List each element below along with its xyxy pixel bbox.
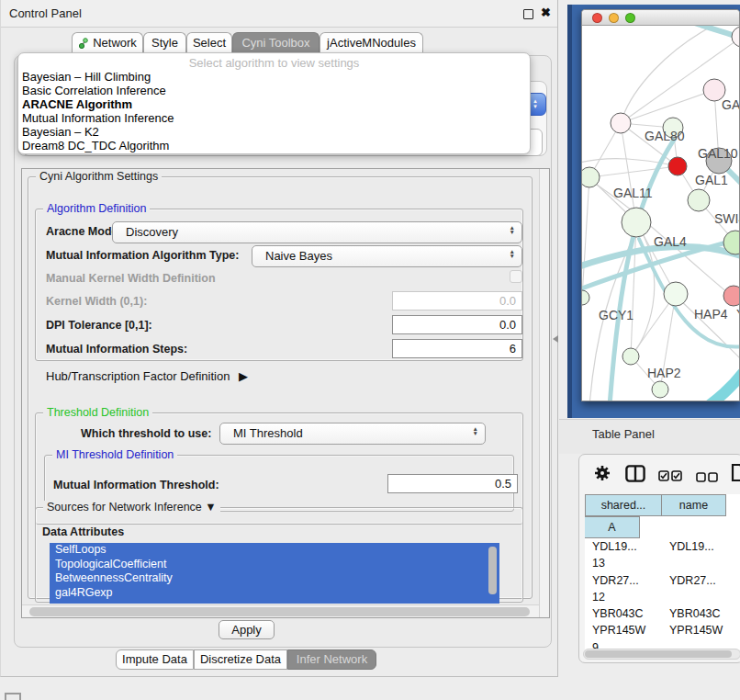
float-panel-icon[interactable] [523, 9, 533, 19]
node-label: GAL80 [645, 129, 685, 143]
close-icon[interactable]: ✖ [541, 6, 551, 19]
horizontal-scrollbar-thumb[interactable] [29, 607, 530, 616]
expanded-arrow-icon: ▼ [205, 501, 216, 514]
network-node-GAL11[interactable] [582, 167, 600, 187]
aracne-mode-combobox[interactable]: Discovery ▲▼ [112, 221, 522, 243]
mi-type-combobox[interactable]: Naive Bayes ▲▼ [252, 245, 522, 267]
tab-label: Select [193, 36, 226, 50]
network-edge-thick [582, 246, 739, 267]
network-node[interactable] [688, 189, 710, 211]
column-header[interactable]: name [662, 494, 726, 516]
hub-definition-label: Hub/Transcription Factor Definition [46, 369, 230, 383]
which-threshold-combobox[interactable]: MI Threshold ▲▼ [219, 423, 486, 445]
dropdown-item[interactable]: Mutual Information Inference [18, 111, 530, 125]
bottom-tab-discretize-data[interactable]: Discretize Data [194, 649, 287, 670]
table-cell: YBR043C [585, 605, 662, 622]
network-node-GAL80[interactable] [611, 113, 631, 133]
bottom-tab-impute-data[interactable]: Impute Data [116, 649, 194, 670]
unchecked-boxes-icon[interactable] [696, 469, 718, 486]
dropdown-item[interactable]: Dream8 DC_TDC Algorithm [18, 139, 530, 152]
group-title: Threshold Definition [43, 406, 152, 419]
node-label: GAL11 [613, 186, 653, 200]
document-icon[interactable] [731, 463, 740, 486]
control-panel-title: Control Panel [9, 0, 82, 28]
tab-jactivemnodules[interactable]: jActiveMNodules [320, 32, 423, 54]
sources-title: Sources for Network Inference [47, 501, 202, 514]
dpi-tolerance-field[interactable]: 0.0 [392, 315, 522, 334]
hub-definition-toggle[interactable]: Hub/Transcription Factor Definition ▶ [46, 369, 248, 383]
gear-icon[interactable] [594, 465, 611, 485]
table-row[interactable]: YPR145WYPR145W9. [585, 622, 740, 638]
attribute-item[interactable]: TopologicalCoefficient [50, 558, 499, 572]
corner-grip-icon[interactable] [5, 693, 21, 700]
table-hscrollbar-track[interactable] [583, 649, 740, 660]
mi-threshold-label: Mutual Information Threshold: [53, 479, 219, 491]
network-edge [582, 177, 589, 298]
mac-close-icon[interactable] [592, 13, 602, 23]
column-header[interactable]: shared... [585, 494, 662, 516]
node-label: GAL1 [695, 173, 728, 187]
combo-arrows-icon: ▲▼ [473, 426, 478, 435]
kernel-width-field[interactable]: 0.0 [392, 291, 522, 310]
control-panel-titlebar: Control Panel ✖ [1, 0, 557, 28]
network-node[interactable] [732, 27, 739, 47]
network-node[interactable] [652, 381, 668, 398]
attribute-item[interactable]: BetweennessCentrality [50, 571, 499, 586]
network-edge [622, 26, 720, 118]
group-title: Cyni Algorithm Settings [36, 170, 162, 183]
combo-arrows-icon: ▲▼ [510, 225, 515, 234]
split-pane-grip-icon[interactable] [553, 335, 558, 343]
network-node-Y[interactable] [723, 286, 739, 306]
mi-type-value: Naive Bayes [265, 249, 332, 263]
vertical-scrollbar-track[interactable] [539, 169, 550, 618]
dropdown-item[interactable]: ARACNE Algorithm [18, 97, 530, 111]
manual-kernel-checkbox[interactable] [510, 270, 522, 283]
network-view-window[interactable]: GALGAL80GAL10GAL1SWI4GAL11GAL4GCY1HAP4YH… [581, 9, 740, 401]
network-node-GAL1[interactable] [668, 157, 687, 175]
column-header[interactable]: A [585, 516, 640, 538]
table-row[interactable]: YDL19...YDL19...13 [585, 538, 740, 555]
table-row[interactable]: YDR27...YDR27...12 [585, 572, 740, 589]
bottom-tab-infer-network[interactable]: Infer Network [287, 649, 376, 670]
desktop-edge [567, 5, 572, 418]
sources-toggle[interactable]: Sources for Network Inference ▼ [43, 501, 220, 514]
attribute-item[interactable]: gal4RGexp [50, 586, 499, 601]
network-canvas[interactable]: GALGAL80GAL10GAL1SWI4GAL11GAL4GCY1HAP4YH… [582, 26, 739, 401]
aracne-mode-value: Discovery [126, 225, 178, 239]
network-node-GCY1[interactable] [582, 290, 589, 305]
attributes-list-scrollbar[interactable] [488, 547, 497, 594]
node-label: GAL10 [698, 146, 738, 161]
network-edge [589, 166, 678, 177]
dropdown-item[interactable]: Bayesian – Hill Climbing [18, 70, 530, 84]
table-row[interactable]: YBR043CYBR043C [585, 605, 740, 622]
network-node-HAP2[interactable] [622, 348, 639, 365]
dropdown-item[interactable]: Basic Correlation Inference [18, 84, 530, 97]
table-cell: 13 [585, 555, 640, 571]
tab-network[interactable]: Network [72, 32, 143, 54]
group-title: MI Threshold Definition [52, 448, 177, 461]
apply-button[interactable]: Apply [219, 620, 275, 639]
tab-label: Network [93, 36, 137, 50]
mac-minimize-icon[interactable] [609, 13, 619, 23]
kernel-width-label: Kernel Width (0,1): [46, 295, 147, 308]
columns-icon[interactable] [625, 465, 645, 486]
table-hscrollbar-thumb[interactable] [585, 650, 732, 658]
dropdown-item[interactable]: Bayesian – K2 [18, 125, 530, 139]
checked-boxes-icon[interactable] [658, 469, 682, 485]
table-cell: YPR145W [585, 622, 662, 638]
mi-steps-field[interactable]: 6 [392, 339, 522, 358]
node-label: GAL [722, 97, 739, 112]
tab-select[interactable]: Select [186, 32, 232, 54]
tab-style[interactable]: Style [143, 32, 186, 54]
table-cell: YDL19... [585, 538, 662, 555]
attribute-item[interactable]: SelfLoops [50, 543, 499, 558]
settings-scrollpane: Cyni Algorithm Settings Algorithm Defini… [21, 168, 550, 618]
network-window-titlebar[interactable] [582, 10, 739, 26]
network-node-GAL4[interactable] [622, 208, 651, 237]
network-node-HAP4[interactable] [664, 282, 688, 306]
mac-zoom-icon[interactable] [625, 13, 635, 23]
control-panel-window: Control Panel ✖ NetworkStyleSelectCyni T… [0, 0, 558, 677]
mi-threshold-field[interactable]: 0.5 [387, 474, 518, 493]
tab-cyni-toolbox[interactable]: Cyni Toolbox [232, 32, 320, 54]
data-attributes-list[interactable]: SelfLoopsTopologicalCoefficientBetweenne… [50, 543, 499, 604]
